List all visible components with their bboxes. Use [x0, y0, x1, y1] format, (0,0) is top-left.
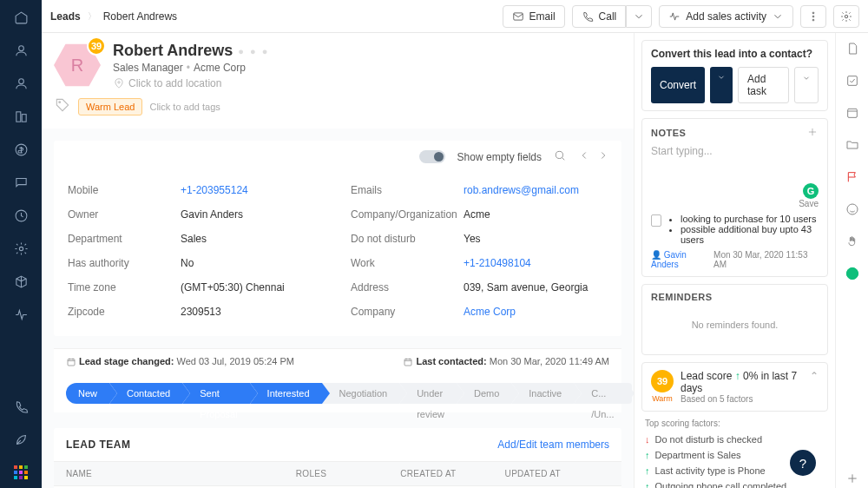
warm-lead-tag[interactable]: Warm Lead: [78, 98, 142, 115]
field-row: Do not disturbYes: [351, 227, 608, 251]
save-note-button[interactable]: Save: [651, 199, 819, 208]
field-label: Department: [68, 233, 181, 245]
rail-calendar-icon[interactable]: [845, 106, 859, 122]
nav-contact-icon[interactable]: [14, 43, 29, 61]
add-tag-placeholder[interactable]: Click to add tags: [149, 102, 220, 112]
lead-meta-row: Lead stage changed: Wed 03 Jul, 2019 05:…: [54, 348, 621, 374]
fields-next-icon[interactable]: [597, 149, 609, 164]
stage-sent-proposal[interactable]: Sent Proposal: [182, 383, 249, 404]
add-edit-team-link[interactable]: Add/Edit team members: [497, 439, 609, 451]
field-value: 039, Sam avenue, Georgia: [464, 281, 588, 293]
svg-point-13: [59, 102, 61, 103]
rail-hand-icon[interactable]: [845, 234, 859, 251]
nav-activity-icon[interactable]: [14, 307, 29, 325]
convert-dropdown[interactable]: [710, 67, 733, 103]
show-empty-label: Show empty fields: [457, 151, 542, 163]
nav-accounts-icon[interactable]: [14, 109, 29, 127]
score-label: Warm: [651, 394, 674, 403]
lead-header: R 39 Robert Andrews● ● ● Sales Manager•A…: [42, 33, 634, 93]
stage-c-un-[interactable]: C... /Un...: [574, 383, 626, 404]
email-button[interactable]: Email: [503, 5, 565, 28]
field-row: Work+1-210498104: [351, 251, 608, 275]
rail-headset-icon[interactable]: [845, 267, 859, 283]
stage-interested[interactable]: Interested: [250, 383, 322, 404]
reminders-empty: No reminders found.: [651, 302, 819, 347]
breadcrumb-name: Robert Andrews: [103, 10, 177, 23]
field-row: Time zone(GMT+05:30) Chennai: [68, 275, 325, 300]
convert-question: Convert this lead into a contact?: [651, 48, 819, 60]
stage-under-review[interactable]: Under review: [399, 383, 457, 404]
stage-demo[interactable]: Demo: [457, 383, 511, 404]
nav-lead-icon[interactable]: [14, 76, 29, 94]
field-value: Acme: [464, 208, 490, 221]
call-button[interactable]: Call: [572, 5, 627, 28]
nav-settings-icon[interactable]: [14, 241, 29, 259]
field-label: Owner: [68, 208, 181, 221]
more-menu-button[interactable]: [800, 5, 826, 28]
nav-time-icon[interactable]: [14, 208, 29, 226]
convert-button[interactable]: Convert: [651, 67, 705, 103]
nav-chat-icon[interactable]: [14, 175, 29, 193]
rail-plus-icon[interactable]: [845, 472, 859, 488]
factors-title: Top scoring factors:: [645, 419, 825, 428]
lead-job-company: Sales Manager•Acme Corp: [113, 62, 269, 74]
add-sales-activity-button[interactable]: Add sales activity: [659, 5, 793, 28]
call-dropdown[interactable]: [626, 5, 652, 28]
nav-phone-icon[interactable]: [14, 399, 29, 417]
field-value[interactable]: Acme Corp: [464, 306, 516, 318]
lead-location-placeholder[interactable]: Click to add location: [113, 77, 269, 89]
field-value[interactable]: rob.andrews@gmail.com: [464, 184, 579, 196]
svg-point-12: [118, 82, 120, 83]
score-collapse-icon[interactable]: ⌃: [810, 370, 819, 382]
rail-checkbox-icon[interactable]: [845, 74, 859, 90]
nav-package-icon[interactable]: [14, 274, 29, 292]
svg-point-0: [18, 46, 23, 51]
stage-contacted[interactable]: Contacted: [109, 383, 182, 404]
nav-deals-icon[interactable]: [14, 142, 29, 160]
apps-grid-icon[interactable]: [14, 465, 28, 479]
right-panel: Convert this lead into a contact? Conver…: [634, 33, 835, 488]
team-table-header: NAMEROLESCREATED ATUPDATED AT: [54, 461, 621, 486]
notes-input[interactable]: Start typing...: [651, 140, 819, 183]
breadcrumb-root[interactable]: Leads: [50, 10, 81, 23]
stage-new[interactable]: New: [66, 383, 109, 404]
show-empty-toggle[interactable]: [419, 150, 445, 163]
field-value[interactable]: +1-203955124: [181, 184, 248, 196]
svg-rect-15: [68, 359, 75, 366]
field-value: Yes: [464, 233, 481, 245]
scoring-factor: ↑Outgoing phone call completed: [645, 478, 825, 488]
field-value[interactable]: +1-210498104: [464, 257, 531, 269]
field-row: CompanyAcme Corp: [351, 300, 608, 324]
field-label: Do not disturb: [351, 233, 464, 245]
add-note-icon[interactable]: [806, 126, 819, 140]
field-label: Zipcode: [68, 306, 181, 318]
nav-home-icon[interactable]: [14, 10, 29, 28]
stage-negotiation[interactable]: Negotiation: [322, 383, 400, 404]
right-icon-rail: [835, 33, 868, 488]
score-sub: Based on 5 factors: [681, 394, 803, 404]
field-row: OwnerGavin Anders: [68, 202, 325, 227]
field-label: Has authority: [68, 257, 181, 269]
grammarly-icon: G: [803, 183, 819, 199]
rail-folder-icon[interactable]: [845, 138, 859, 155]
note-item: looking to purchase for 10 users possibl…: [651, 208, 819, 245]
rail-flag-icon[interactable]: [845, 170, 859, 187]
svg-point-19: [847, 204, 858, 214]
add-task-dropdown[interactable]: [794, 67, 819, 103]
settings-button[interactable]: [833, 5, 859, 28]
stage-inactive[interactable]: Inactive: [511, 383, 574, 404]
nav-leaf-icon[interactable]: [14, 432, 29, 450]
svg-rect-17: [847, 76, 857, 86]
score-text: Lead score ↑ 0% in last 7 days: [681, 370, 803, 394]
chevron-right-icon: 〉: [88, 10, 96, 23]
svg-point-6: [19, 247, 23, 250]
rail-doc-icon[interactable]: [845, 42, 859, 58]
svg-point-11: [845, 15, 848, 18]
field-value: Gavin Anders: [181, 208, 243, 221]
rail-emoji-icon[interactable]: [845, 202, 859, 219]
add-task-button[interactable]: Add task: [738, 67, 789, 103]
fields-card: Show empty fields Mobile+1-203955124Owne…: [54, 141, 621, 336]
help-fab[interactable]: ?: [790, 450, 816, 476]
fields-prev-icon[interactable]: [578, 149, 590, 164]
fields-search-icon[interactable]: [554, 149, 566, 164]
